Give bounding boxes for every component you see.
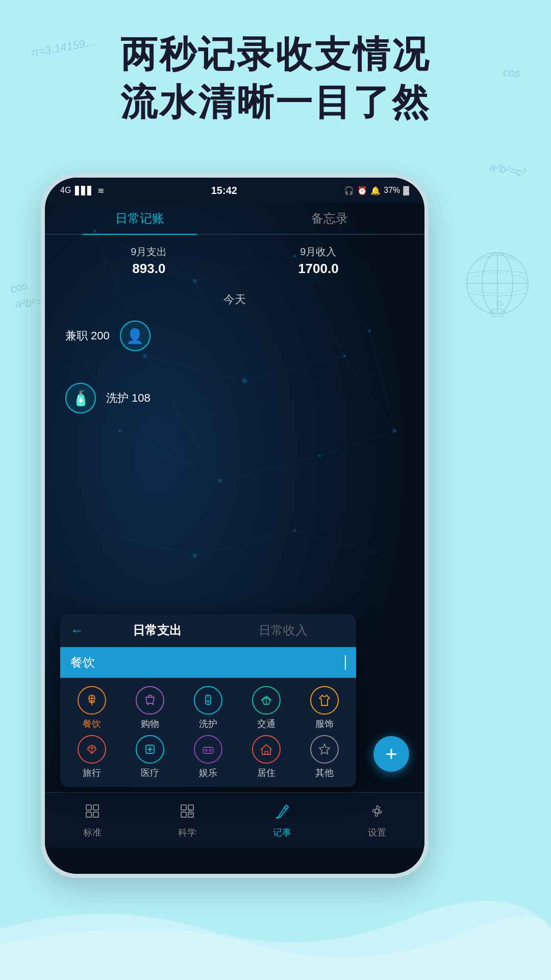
status-bar-right: 🎧 ⏰ 🔔 37% ▓ bbox=[344, 186, 409, 195]
bell-icon: 🔔 bbox=[370, 186, 381, 195]
transaction-expense-wash[interactable]: 🧴 洗护 108 bbox=[45, 375, 424, 422]
nav-icon-notes bbox=[274, 803, 290, 823]
svg-rect-60 bbox=[181, 805, 186, 810]
category-icon-other bbox=[310, 735, 339, 764]
stat-income: 9月收入 1700.0 bbox=[298, 245, 339, 277]
globe-sketch bbox=[459, 245, 536, 322]
dropdown-tab-income[interactable]: 日常收入 bbox=[220, 622, 346, 639]
nav-settings[interactable]: 设置 bbox=[330, 793, 424, 848]
status-bar-time: 15:42 bbox=[211, 185, 237, 197]
transaction-icon-parttime: 👤 bbox=[120, 321, 151, 351]
stat-income-value: 1700.0 bbox=[298, 261, 339, 277]
nav-icon-settings bbox=[369, 803, 385, 823]
category-label-transport: 交通 bbox=[257, 718, 276, 730]
stat-expense-label: 9月支出 bbox=[131, 245, 167, 259]
math-decoration-5: a²b²=c² bbox=[489, 160, 527, 180]
input-cursor bbox=[345, 655, 346, 670]
svg-point-42 bbox=[153, 704, 154, 705]
category-other[interactable]: 其他 bbox=[298, 735, 351, 779]
svg-rect-43 bbox=[206, 695, 211, 704]
back-icon[interactable]: ← bbox=[70, 623, 84, 639]
alarm-icon: ⏰ bbox=[357, 186, 367, 195]
headphone-icon: 🎧 bbox=[344, 186, 354, 195]
category-travel[interactable]: 旅行 bbox=[65, 735, 118, 779]
svg-point-41 bbox=[147, 704, 149, 705]
svg-point-51 bbox=[205, 749, 207, 751]
category-icon-transport bbox=[252, 686, 281, 715]
category-label-travel: 旅行 bbox=[83, 767, 101, 779]
dropdown-tab-expense[interactable]: 日常支出 bbox=[94, 622, 220, 639]
category-wash[interactable]: 洗护 bbox=[182, 686, 235, 730]
header-line1: 两秒记录收支情况 bbox=[0, 31, 551, 79]
category-grid: 餐饮 购物 洗护 bbox=[60, 678, 356, 787]
svg-rect-57 bbox=[93, 805, 98, 810]
category-icon-shopping bbox=[136, 686, 164, 715]
dropdown-header: ← 日常支出 日常收入 bbox=[60, 614, 356, 647]
category-clothing[interactable]: 服饰 bbox=[298, 686, 351, 730]
phone-mockup: 4G ▋▋▋ ≋ 15:42 🎧 ⏰ 🔔 37% ▓ 日常记账 bbox=[41, 174, 429, 878]
phone-inner: 4G ▋▋▋ ≋ 15:42 🎧 ⏰ 🔔 37% ▓ 日常记账 bbox=[45, 178, 424, 874]
transaction-label-parttime: 兼职 200 bbox=[65, 328, 110, 344]
category-housing[interactable]: 居住 bbox=[240, 735, 293, 779]
category-transport[interactable]: 交通 bbox=[240, 686, 293, 730]
status-bar-left: 4G ▋▋▋ ≋ bbox=[60, 186, 104, 195]
category-label-medical: 医疗 bbox=[141, 767, 159, 779]
svg-marker-55 bbox=[319, 744, 330, 754]
category-dining[interactable]: 餐饮 bbox=[65, 686, 118, 730]
category-medical[interactable]: 医疗 bbox=[123, 735, 177, 779]
category-input-text: 餐饮 bbox=[70, 654, 343, 671]
svg-point-52 bbox=[209, 749, 211, 751]
category-label-shopping: 购物 bbox=[141, 718, 159, 730]
svg-text:A: A bbox=[188, 808, 192, 814]
transaction-icon-wash: 🧴 bbox=[65, 383, 96, 413]
nav-icon-science: A bbox=[179, 803, 195, 823]
category-label-entertainment: 娱乐 bbox=[199, 767, 217, 779]
header: 两秒记录收支情况 流水清晰一目了然 bbox=[0, 31, 551, 126]
nav-label-standard: 标准 bbox=[83, 826, 102, 839]
tab-daily-account[interactable]: 日常记账 bbox=[45, 203, 235, 234]
category-label-dining: 餐饮 bbox=[83, 718, 101, 730]
transaction-income-parttime[interactable]: 👤 兼职 200 bbox=[45, 312, 424, 359]
category-label-housing: 居住 bbox=[257, 767, 276, 779]
category-label-clothing: 服饰 bbox=[315, 718, 334, 730]
status-bar: 4G ▋▋▋ ≋ 15:42 🎧 ⏰ 🔔 37% ▓ bbox=[45, 178, 424, 203]
bottom-navigation: 标准 A 科学 记事 设 bbox=[45, 792, 424, 848]
nav-icon-standard bbox=[84, 803, 101, 823]
nav-notes[interactable]: 记事 bbox=[235, 793, 330, 848]
battery-icon: ▓ bbox=[403, 186, 409, 195]
stat-income-label: 9月收入 bbox=[298, 245, 339, 259]
nav-label-notes: 记事 bbox=[273, 826, 291, 839]
nav-label-science: 科学 bbox=[178, 826, 196, 839]
nav-label-settings: 设置 bbox=[368, 826, 386, 839]
svg-rect-59 bbox=[93, 812, 98, 817]
svg-line-66 bbox=[284, 807, 286, 809]
category-input-row[interactable]: 餐饮 bbox=[60, 647, 356, 678]
category-label-wash: 洗护 bbox=[199, 718, 217, 730]
svg-rect-56 bbox=[86, 805, 91, 810]
category-icon-medical bbox=[136, 735, 164, 764]
wifi-icon: ≋ bbox=[97, 186, 104, 195]
signal-bars: ▋▋▋ bbox=[75, 186, 93, 195]
category-icon-wash bbox=[194, 686, 222, 715]
fab-add-button[interactable]: + bbox=[373, 736, 409, 772]
transaction-label-wash: 洗护 108 bbox=[106, 390, 151, 406]
category-shopping[interactable]: 购物 bbox=[123, 686, 177, 730]
nav-standard[interactable]: 标准 bbox=[45, 793, 140, 848]
app-tabs: 日常记账 备忘录 bbox=[45, 203, 424, 235]
tab-memo[interactable]: 备忘录 bbox=[235, 203, 424, 234]
bottle-icon: 🧴 bbox=[72, 390, 90, 407]
category-entertainment[interactable]: 娱乐 bbox=[182, 735, 235, 779]
stats-area: 9月支出 893.0 9月收入 1700.0 bbox=[45, 235, 424, 282]
svg-rect-58 bbox=[86, 812, 91, 817]
signal-icon: 4G bbox=[60, 186, 71, 195]
person-icon: 👤 bbox=[126, 328, 144, 345]
category-dropdown: ← 日常支出 日常收入 餐饮 餐饮 bbox=[60, 614, 356, 787]
category-icon-entertainment bbox=[194, 735, 222, 764]
header-line2: 流水清晰一目了然 bbox=[0, 79, 551, 127]
nav-science[interactable]: A 科学 bbox=[140, 793, 235, 848]
category-icon-dining bbox=[78, 686, 106, 715]
math-decoration-3: cos bbox=[9, 279, 29, 296]
plus-icon: + bbox=[385, 743, 397, 766]
today-label: 今天 bbox=[45, 292, 424, 307]
category-icon-housing bbox=[252, 735, 281, 764]
